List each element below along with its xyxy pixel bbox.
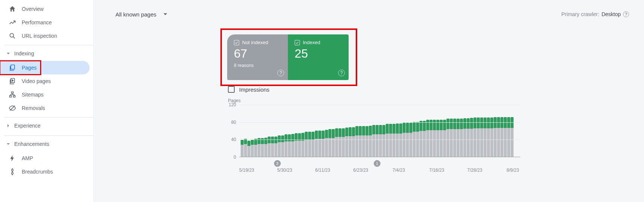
crawler-prefix: Primary crawler: [562,11,599,17]
chart-bar[interactable] [369,126,372,157]
sidebar-item-amp[interactable]: AMP [0,152,90,165]
chart-bar[interactable] [426,120,429,157]
chart-bar[interactable] [285,134,288,157]
chart-bar[interactable] [338,128,341,157]
chart-bar[interactable] [382,125,385,157]
chart-bar[interactable] [473,117,476,157]
chart-bar[interactable] [423,121,426,157]
chart-bar[interactable] [254,139,257,157]
chart-bar[interactable] [457,119,460,157]
chart-bar[interactable] [463,118,466,157]
sidebar-item-performance[interactable]: Performance [0,16,90,29]
chart-bar[interactable] [261,138,264,157]
chart-bar[interactable] [295,133,298,157]
chart-bar[interactable] [484,117,487,157]
card-indexed[interactable]: Indexed 25 ? [288,34,349,80]
chart-bar[interactable] [322,131,325,157]
chart-bar[interactable] [342,128,345,157]
chart-bar[interactable] [443,120,446,157]
chart-marker[interactable]: 3 [274,160,281,167]
sidebar-item-url-inspection[interactable]: URL inspection [0,29,90,43]
chart-bar[interactable] [480,117,483,157]
section-indexing[interactable]: Indexing [0,46,93,61]
chart-bar[interactable] [436,120,439,157]
chart-bar[interactable] [450,119,453,157]
index-chart: Pages 04080120 5/19/235/30/236/11/236/23… [228,98,629,165]
chart-bar[interactable] [433,120,436,157]
section-experience[interactable]: Experience [0,118,93,133]
chart-bar[interactable] [453,119,456,157]
chart-bar[interactable] [500,117,503,157]
sidebar-item-label: URL inspection [22,33,57,39]
x-tick: 8/9/23 [506,168,519,173]
chart-bar[interactable] [308,132,311,157]
chart-bar[interactable] [359,126,362,157]
chart-bar[interactable] [335,128,338,157]
chart-bar[interactable] [301,133,304,157]
chart-bar[interactable] [318,131,321,157]
chart-bar[interactable] [399,123,402,157]
sidebar-item-sitemaps[interactable]: Sitemaps [0,88,90,101]
chart-bar[interactable] [258,138,261,157]
chart-bar[interactable] [362,126,365,157]
chart-bar[interactable] [389,124,392,157]
chart-bar[interactable] [349,127,352,157]
chart-bar[interactable] [241,140,244,157]
chart-bar[interactable] [365,126,368,157]
chart-bar[interactable] [372,125,375,157]
chart-marker[interactable]: 1 [374,160,380,167]
impressions-checkbox[interactable] [228,86,235,93]
chart-bar[interactable] [355,126,358,157]
chart-bar[interactable] [315,131,318,157]
chart-bar[interactable] [396,123,399,157]
card-not-indexed[interactable]: Not indexed 67 8 reasons ? [227,34,288,80]
page-filter-dropdown[interactable]: All known pages [115,11,168,18]
sidebar-item-overview[interactable]: Overview [0,2,90,16]
chart-bar[interactable] [419,121,422,157]
chart-bar[interactable] [312,132,315,157]
chart-bar[interactable] [298,133,301,157]
section-enhancements[interactable]: Enhancements [0,137,93,152]
help-icon[interactable]: ? [623,11,629,17]
chart-bar[interactable] [490,117,493,157]
chart-bar[interactable] [291,134,294,157]
chart-bar[interactable] [386,124,389,157]
chart-bar[interactable] [325,130,328,157]
chart-bar[interactable] [487,117,490,157]
sidebar-item-label: Performance [22,19,52,25]
chart-bar[interactable] [278,135,281,157]
sidebar-item-breadcrumbs[interactable]: Breadcrumbs [0,165,90,178]
chart-bar[interactable] [332,129,335,157]
chart-bar[interactable] [244,139,247,157]
chart-bar[interactable] [345,128,348,157]
chart-bar[interactable] [497,117,500,157]
chart-bar[interactable] [440,120,443,157]
chart-bar[interactable] [264,138,267,157]
chart-bar[interactable] [247,141,250,157]
chart-bar[interactable] [392,124,395,157]
chart-bar[interactable] [470,118,473,157]
chart-bar[interactable] [494,117,497,157]
help-icon[interactable]: ? [338,70,345,76]
y-tick: 40 [225,137,236,142]
chart-bar[interactable] [251,140,254,157]
chart-bar[interactable] [430,120,433,157]
chart-bar[interactable] [352,127,355,157]
chart-bar[interactable] [379,125,382,157]
sidebar-item-video-pages[interactable]: Video pages [0,74,90,88]
chart-bar[interactable] [376,125,379,157]
chart-bar[interactable] [281,135,284,157]
chart-bar[interactable] [507,117,510,157]
sidebar-item-removals[interactable]: Removals [0,101,90,115]
chart-bar[interactable] [305,132,308,157]
chart-bar[interactable] [288,134,291,157]
chart-bar[interactable] [477,117,480,157]
chart-bar[interactable] [504,117,507,157]
chart-bar[interactable] [511,117,514,157]
sidebar-item-label: Video pages [22,78,51,84]
help-icon[interactable]: ? [277,70,284,76]
chart-bar[interactable] [460,119,463,157]
chart-bar[interactable] [328,129,331,157]
chart-bar[interactable] [446,119,449,157]
chart-bar[interactable] [467,118,470,157]
